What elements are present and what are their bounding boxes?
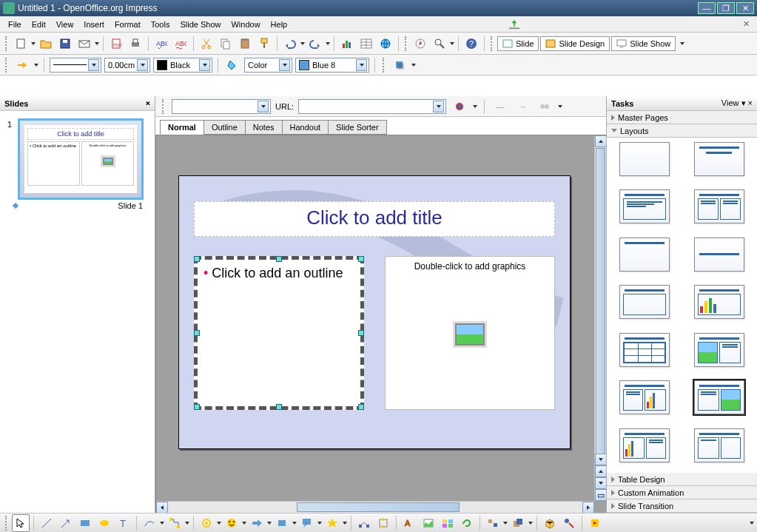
undo-button[interactable] (281, 35, 299, 53)
graphics-placeholder[interactable]: Double-click to add graphics (385, 256, 555, 410)
toolbar2-handle[interactable] (5, 58, 8, 73)
extrusion-tool[interactable] (541, 514, 559, 532)
from-file-tool[interactable] (420, 514, 437, 532)
fill-mode-combo[interactable]: Color (244, 58, 292, 73)
arrange-dropdown[interactable] (528, 522, 533, 525)
block-arrows-dropdown[interactable] (267, 522, 272, 525)
zoom-button[interactable] (431, 35, 448, 53)
menu-view[interactable]: View (51, 18, 79, 30)
menu-edit[interactable]: Edit (27, 18, 51, 30)
stop-button[interactable] (451, 98, 468, 115)
new-button[interactable] (12, 35, 30, 53)
menu-help[interactable]: Help (266, 18, 293, 30)
symbol-shapes-tool[interactable] (223, 514, 240, 532)
horizontal-scrollbar[interactable] (156, 501, 594, 513)
url-combo[interactable] (298, 99, 446, 114)
document-close-icon[interactable]: ✕ (739, 18, 754, 30)
paste-button[interactable] (236, 35, 254, 53)
curve-dropdown[interactable] (160, 522, 164, 525)
stars-dropdown[interactable] (343, 522, 347, 525)
navigator-button[interactable] (411, 35, 429, 53)
email-button[interactable] (75, 35, 93, 53)
save-dropdown[interactable] (95, 42, 99, 45)
align-dropdown[interactable] (503, 522, 508, 525)
tab-sorter[interactable]: Slide Sorter (328, 120, 386, 135)
flowchart-tool[interactable] (273, 514, 291, 532)
slide-canvas[interactable]: Click to add title • Click to add an out… (155, 135, 606, 513)
layout-blank[interactable] (619, 142, 670, 176)
slide-show-button[interactable]: Slide Show (611, 36, 676, 51)
line-style-combo[interactable] (50, 58, 101, 73)
slides-list[interactable]: 1 Click to add title • Click to add an o… (0, 111, 155, 513)
toolbar2-handle-2[interactable] (383, 58, 386, 73)
rotate-tool[interactable] (458, 514, 476, 532)
title-placeholder[interactable]: Click to add title (194, 201, 555, 237)
outline-placeholder[interactable]: • Click to add an outline (194, 256, 364, 410)
layout-title[interactable] (694, 142, 744, 176)
menu-insert[interactable]: Insert (78, 18, 110, 30)
layout-text-clip[interactable] (694, 380, 744, 414)
slide-thumbnail[interactable]: Click to add title • Click to add an out… (18, 118, 144, 200)
toolbar-overflow[interactable] (680, 42, 684, 45)
slide-design-button[interactable]: Slide Design (540, 36, 610, 51)
layout-object[interactable] (619, 285, 670, 319)
copy-button[interactable] (217, 35, 235, 53)
shadow-button[interactable] (391, 56, 408, 74)
toolbar-handle[interactable] (5, 36, 8, 51)
callouts-dropdown[interactable] (317, 522, 322, 525)
acc-layouts[interactable]: Layouts (607, 124, 757, 138)
new-dropdown[interactable] (31, 42, 36, 45)
select-tool[interactable] (12, 514, 30, 532)
undo-dropdown[interactable] (300, 42, 305, 45)
line-width-combo[interactable]: 0.00cm (104, 58, 150, 73)
close-button[interactable]: ✕ (736, 2, 754, 14)
layout-centered[interactable] (694, 238, 744, 272)
callouts-tool[interactable] (298, 514, 316, 532)
menu-slideshow[interactable]: Slide Show (175, 18, 226, 30)
style-combo[interactable] (172, 99, 271, 114)
toolbar-handle-3[interactable] (491, 36, 494, 51)
acc-custom-animation[interactable]: Custom Animation (607, 486, 757, 499)
tab-outline[interactable]: Outline (203, 120, 246, 135)
chart-button[interactable] (338, 35, 356, 53)
tasks-view-menu[interactable]: View ▾ × (721, 98, 753, 108)
table-button[interactable] (357, 35, 375, 53)
arrow-style-button[interactable] (13, 56, 31, 74)
menu-window[interactable]: Window (226, 18, 265, 30)
spellcheck-button[interactable]: ABC (152, 35, 170, 53)
slide-button[interactable]: Slide (497, 36, 539, 51)
fill-color-combo[interactable]: Blue 8 (295, 58, 369, 73)
stars-tool[interactable] (323, 514, 341, 532)
toolbar2-overflow[interactable] (411, 64, 416, 67)
toolbar-handle-2[interactable] (405, 36, 408, 51)
line-color-combo[interactable]: Black (153, 58, 212, 73)
basic-shapes-dropdown[interactable] (217, 522, 221, 525)
basic-shapes-tool[interactable] (198, 514, 215, 532)
stop-dropdown[interactable] (473, 105, 477, 108)
connector-tool[interactable] (166, 514, 184, 532)
arrange-tool[interactable] (509, 514, 527, 532)
tab-handout[interactable]: Handout (282, 120, 329, 135)
layout-title-content[interactable] (619, 189, 670, 223)
acc-table-design[interactable]: Table Design (607, 473, 757, 486)
curve-tool[interactable] (141, 514, 158, 532)
layout-chart-text[interactable] (619, 428, 670, 462)
minimize-button[interactable]: — (698, 2, 716, 14)
cut-button[interactable] (198, 35, 215, 53)
layout-text-object[interactable] (694, 428, 744, 462)
drawing-overflow[interactable] (750, 522, 754, 525)
print-button[interactable] (127, 35, 144, 53)
redo-dropdown[interactable] (326, 42, 330, 45)
menu-format[interactable]: Format (110, 18, 146, 30)
slides-panel-close-icon[interactable]: × (145, 98, 150, 108)
rect-tool[interactable] (76, 514, 94, 532)
block-arrows-tool[interactable] (248, 514, 266, 532)
interaction-tool[interactable] (560, 514, 578, 532)
line-tool[interactable] (38, 514, 55, 532)
align-tool[interactable] (484, 514, 502, 532)
text-tool[interactable]: T (115, 514, 132, 532)
acc-slide-transition[interactable]: Slide Transition (607, 499, 757, 513)
acc-master-pages[interactable]: Master Pages (607, 111, 757, 124)
redo-button[interactable] (306, 35, 324, 53)
layout-chart[interactable] (694, 285, 744, 319)
